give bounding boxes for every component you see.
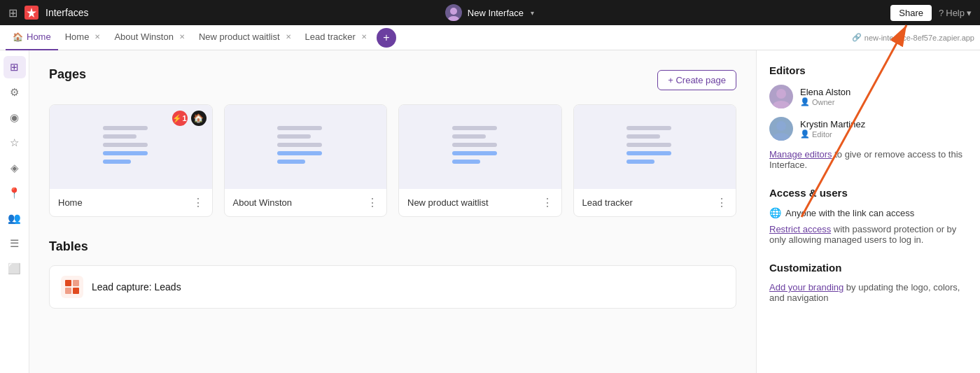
svg-point-8 xyxy=(776,121,786,131)
url-text: new-interface-8ef57e.zapier.app xyxy=(864,34,974,42)
editor-role-elena: 👤 Owner xyxy=(800,97,850,106)
interface-name[interactable]: New Interface xyxy=(468,8,524,18)
person-icon: 👤 xyxy=(800,97,810,106)
sidebar-icon-list[interactable]: ☰ xyxy=(4,232,26,255)
sidebar-icon-home[interactable]: ⊞ xyxy=(4,56,26,78)
sidebar-icon-star[interactable]: ☆ xyxy=(4,132,26,154)
manage-editors-link[interactable]: Manage editors xyxy=(769,149,832,160)
tab-about-close[interactable]: ✕ xyxy=(179,33,185,41)
tabbar: 🏠 Home Home ✕ About Winston ✕ New produc… xyxy=(0,25,980,50)
lightning-icon: ⚡ xyxy=(172,114,182,123)
editor-name-elena: Elena Alston xyxy=(800,87,850,97)
tab-home-active[interactable]: 🏠 Home xyxy=(6,25,58,50)
table-icon-leads xyxy=(61,276,83,298)
branding-text: Add your branding by updating the logo, … xyxy=(769,282,967,303)
topbar-center: New Interface ▾ xyxy=(445,4,534,21)
topbar-left: ⊞ Interfaces xyxy=(8,6,88,20)
access-section: Access & users 🌐 Anyone with the link ca… xyxy=(769,187,967,245)
table-item-leads[interactable]: Lead capture: Leads xyxy=(49,265,736,309)
tables-section: Tables Lead capture: Leads xyxy=(49,239,736,309)
pages-grid: ⚡1 🏠 Home ⋮ xyxy=(49,104,736,217)
restrict-link[interactable]: Restrict access xyxy=(769,224,831,234)
access-row: 🌐 Anyone with the link can access xyxy=(769,207,967,218)
svg-rect-5 xyxy=(73,288,79,294)
zapier-logo xyxy=(24,6,38,20)
access-title: Access & users xyxy=(769,187,967,199)
create-page-button[interactable]: + Create page xyxy=(657,70,736,90)
tab-home-active-label: Home xyxy=(27,31,51,42)
tab-new-product-label: New product waitlist xyxy=(199,31,280,42)
share-button[interactable]: Share xyxy=(890,5,932,21)
editor-info-krystin: Krystin Martinez 👤 Editor xyxy=(800,119,865,139)
manage-editors-text: Manage editors to give or remove access … xyxy=(769,149,967,170)
page-footer-about: About Winston ⋮ xyxy=(225,189,387,216)
sidebar-icon-square[interactable]: ⬜ xyxy=(4,258,26,280)
sidebar-icon-location[interactable]: 📍 xyxy=(4,182,26,204)
globe-icon: 🌐 xyxy=(769,207,781,218)
tab-home[interactable]: Home ✕ xyxy=(58,25,108,50)
tab-about-winston-label: About Winston xyxy=(114,31,174,42)
page-name-home: Home xyxy=(58,197,83,208)
page-thumb-about xyxy=(225,105,387,189)
tab-about-winston[interactable]: About Winston ✕ xyxy=(107,25,192,50)
user-avatar xyxy=(445,4,462,21)
notification-badge: ⚡1 xyxy=(172,111,188,126)
page-menu-leads[interactable]: ⋮ xyxy=(716,196,727,209)
editor-item-elena: Elena Alston 👤 Owner xyxy=(769,85,967,108)
sidebar-icon-globe[interactable]: ◈ xyxy=(4,157,26,179)
page-card-home[interactable]: ⚡1 🏠 Home ⋮ xyxy=(49,104,213,217)
tab-new-product-close[interactable]: ✕ xyxy=(286,33,291,41)
add-branding-link[interactable]: Add your branding xyxy=(769,282,844,293)
tab-home-label: Home xyxy=(65,31,90,42)
page-thumb-home: ⚡1 🏠 xyxy=(50,105,212,189)
help-chevron-icon: ▾ xyxy=(967,8,972,18)
editors-section: Editors Elena Alston 👤 Owner Krystin xyxy=(769,64,967,170)
tables-title: Tables xyxy=(49,239,736,254)
page-card-about[interactable]: About Winston ⋮ xyxy=(224,104,388,217)
customization-section: Customization Add your branding by updat… xyxy=(769,262,967,303)
editor-avatar-krystin xyxy=(769,117,793,141)
svg-rect-3 xyxy=(73,280,79,286)
tab-lead-tracker-label: Lead tracker xyxy=(305,31,356,42)
restrict-text: Restrict access with password protection… xyxy=(769,224,967,245)
topbar-right: Share ? Help ▾ xyxy=(890,5,972,21)
grid-icon[interactable]: ⊞ xyxy=(8,6,18,20)
editor-item-krystin: Krystin Martinez 👤 Editor xyxy=(769,117,967,141)
help-button[interactable]: ? Help ▾ xyxy=(939,8,972,18)
add-tab-button[interactable]: + xyxy=(377,28,396,48)
sidebar-icon-settings[interactable]: ⚙ xyxy=(4,81,26,104)
page-menu-home[interactable]: ⋮ xyxy=(192,196,204,209)
tab-lead-tracker[interactable]: Lead tracker ✕ xyxy=(298,25,374,50)
page-card-waitlist[interactable]: New product waitlist ⋮ xyxy=(398,104,562,217)
tab-new-product[interactable]: New product waitlist ✕ xyxy=(192,25,298,50)
sidebar-icon-circle[interactable]: ◉ xyxy=(4,106,26,129)
page-name-about: About Winston xyxy=(233,197,293,208)
chevron-down-icon: ▾ xyxy=(531,9,534,17)
page-menu-about[interactable]: ⋮ xyxy=(367,196,378,209)
page-footer-leads: Lead tracker ⋮ xyxy=(574,189,736,216)
main-layout: ⊞ ⚙ ◉ ☆ ◈ 📍 👥 ☰ ⬜ Pages + Create page xyxy=(0,50,980,373)
table-name-leads: Lead capture: Leads xyxy=(92,281,181,293)
sidebar-icon-users[interactable]: 👥 xyxy=(4,207,26,230)
tab-lead-tracker-close[interactable]: ✕ xyxy=(361,33,367,41)
content-area: Pages + Create page ⚡1 xyxy=(29,50,756,373)
link-icon: 🔗 xyxy=(852,33,862,42)
page-thumb-leads xyxy=(574,105,736,189)
page-card-leads[interactable]: Lead tracker ⋮ xyxy=(573,104,737,217)
page-menu-waitlist[interactable]: ⋮ xyxy=(542,196,553,209)
page-footer-home: Home ⋮ xyxy=(50,189,212,216)
tab-home-close[interactable]: ✕ xyxy=(94,33,100,41)
person-icon-2: 👤 xyxy=(800,129,810,139)
home-badge: 🏠 xyxy=(191,111,206,126)
editor-avatar-elena xyxy=(769,85,793,108)
svg-point-9 xyxy=(773,133,790,141)
help-circle-icon: ? xyxy=(939,8,944,18)
svg-rect-2 xyxy=(65,280,71,286)
page-badges-home: ⚡1 🏠 xyxy=(172,111,206,126)
svg-point-0 xyxy=(450,8,457,15)
svg-rect-4 xyxy=(65,288,71,294)
topbar: ⊞ Interfaces New Interface ▾ Share ? Hel… xyxy=(0,0,980,25)
svg-point-7 xyxy=(773,101,790,108)
url-bar: 🔗 new-interface-8ef57e.zapier.app xyxy=(852,33,974,42)
page-name-leads: Lead tracker xyxy=(582,197,633,208)
